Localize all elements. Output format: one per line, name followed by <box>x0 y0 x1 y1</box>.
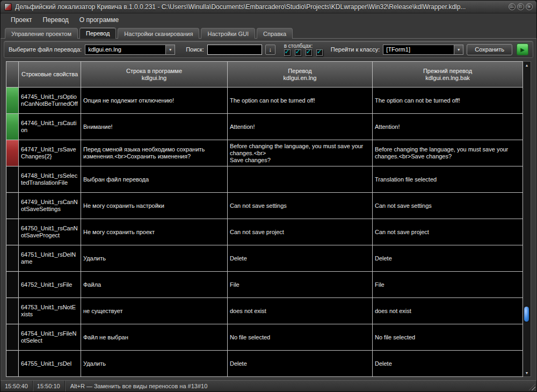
row-status-indicator <box>6 245 18 271</box>
row-translation-cell[interactable]: The option can not be turned off! <box>228 88 373 114</box>
row-translation-cell[interactable]: does not exist <box>228 298 373 324</box>
search-apply-button[interactable]: ↓ <box>265 45 275 55</box>
row-id-text: 64748_Unit1_rsSelectedTranslationFile <box>21 172 78 186</box>
tab-help[interactable]: Справка <box>257 28 293 39</box>
tab-gui-settings[interactable]: Настройки GUI <box>201 28 255 39</box>
scroll-up-button[interactable]: ▲ <box>523 62 531 69</box>
row-status-cell <box>6 88 19 114</box>
resize-grip[interactable] <box>529 384 535 390</box>
row-old-cell[interactable]: No file selected <box>373 324 523 351</box>
table-row[interactable]: 64748_Unit1_rsSelectedTranslationFile Вы… <box>6 166 523 193</box>
row-translation-cell[interactable]: Can not save project <box>228 219 373 245</box>
row-old-cell[interactable]: Before changing the language, you must s… <box>373 140 523 166</box>
row-status-cell <box>6 351 19 377</box>
row-translation-cell[interactable]: Delete <box>228 245 373 272</box>
row-id-cell[interactable]: 64750_Unit1_rsCanNotSaveProgect <box>19 219 81 245</box>
row-translation-text: The option can not be turned off! <box>230 97 370 104</box>
save-button[interactable]: Сохранить <box>467 44 512 55</box>
row-source-cell[interactable]: Внимание! <box>81 114 228 140</box>
row-source-cell[interactable]: Не могу сохранить настройки <box>81 193 228 219</box>
tab-project-management[interactable]: Управление проектом <box>5 28 78 39</box>
row-old-cell[interactable]: Can not save project <box>373 219 523 245</box>
row-id-cell[interactable]: 64754_Unit1_rsFileNotSelect <box>19 324 81 351</box>
table-row[interactable]: 64755_Unit1_rsDel Удалить Delete Delete <box>6 351 523 377</box>
column-filter-checkbox-1[interactable]: ✓ <box>284 49 291 56</box>
header-source-string[interactable]: Строка в программе kdlgui.lng <box>81 61 228 88</box>
row-old-cell[interactable]: Can not save settings <box>373 193 523 219</box>
row-translation-cell[interactable]: Delete <box>228 351 373 377</box>
row-id-cell[interactable]: 64745_Unit1_rsOptionCanNotBeTurnedOff <box>19 88 81 114</box>
row-source-cell[interactable]: не существует <box>81 298 228 324</box>
row-id-cell[interactable]: 64748_Unit1_rsSelectedTranslationFile <box>19 166 81 193</box>
titlebar[interactable]: Дельфийский локализатор Кривича в.1.0.0.… <box>1 1 536 13</box>
table-row[interactable]: 64750_Unit1_rsCanNotSaveProgect Не могу … <box>6 219 523 245</box>
run-button[interactable]: ▶ <box>517 43 528 55</box>
row-translation-cell[interactable]: No file selected <box>228 324 373 351</box>
search-input[interactable] <box>207 45 262 55</box>
menu-item-translation[interactable]: Перевод <box>38 14 74 25</box>
column-filter-checkbox-3[interactable]: ✓ <box>306 49 312 56</box>
table-row[interactable]: 64747_Unit1_rsSaveChanges{2} Перед смено… <box>6 140 523 166</box>
row-id-cell[interactable]: 64746_Unit1_rsCaution <box>19 114 81 140</box>
play-icon: ▶ <box>520 47 525 53</box>
app-window: Дельфийский локализатор Кривича в.1.0.0.… <box>0 0 537 392</box>
row-id-cell[interactable]: 64753_Unit1_rsNotExists <box>19 298 81 324</box>
table-row[interactable]: 64752_Unit1_rsFile Файла File File <box>6 272 523 298</box>
header-previous-translation[interactable]: Прежний перевод kdlgui.en.lng.bak <box>373 61 523 88</box>
column-filter-checkbox-2[interactable]: ✓ <box>295 49 301 56</box>
scroll-down-button[interactable]: ▼ <box>523 369 531 376</box>
check-icon: ✓ <box>295 48 301 55</box>
row-old-cell[interactable]: Delete <box>373 351 523 377</box>
row-old-cell[interactable]: File <box>373 272 523 298</box>
row-source-cell[interactable]: Выбран файл перевода <box>81 166 228 193</box>
vertical-scrollbar[interactable]: ▲ ▼ <box>523 61 531 377</box>
file-select-combobox[interactable]: kdlgui.en.lng ▼ <box>85 45 175 55</box>
row-source-cell[interactable]: Файл не выбран <box>81 324 228 351</box>
file-select-dropdown-button[interactable]: ▼ <box>165 45 175 54</box>
row-old-cell[interactable]: Translation file selected <box>373 166 523 193</box>
table-row[interactable]: 64754_Unit1_rsFileNotSelect Файл не выбр… <box>6 324 523 351</box>
header-translation[interactable]: Перевод kdlgui.en.lng <box>228 61 373 88</box>
row-id-cell[interactable]: 64755_Unit1_rsDel <box>19 351 81 377</box>
table-row[interactable]: 64753_Unit1_rsNotExists не существует do… <box>6 298 523 324</box>
row-source-cell[interactable]: Файла <box>81 272 228 298</box>
table-row[interactable]: 64751_Unit1_rsDelName Удалить Delete Del… <box>6 245 523 272</box>
class-dropdown-button[interactable]: ▼ <box>454 45 463 54</box>
class-combobox[interactable]: [TForm1] ▼ <box>383 45 463 55</box>
close-button[interactable]: × <box>526 3 533 10</box>
row-id-cell[interactable]: 64747_Unit1_rsSaveChanges{2} <box>19 140 81 166</box>
row-source-cell[interactable]: Перед сменой языка необходимо сохранить … <box>81 140 228 166</box>
table-row[interactable]: 64746_Unit1_rsCaution Внимание! Attentio… <box>6 114 523 140</box>
row-old-cell[interactable]: does not exist <box>373 298 523 324</box>
row-source-cell[interactable]: Удалить <box>81 351 228 377</box>
scroll-thumb[interactable] <box>524 307 529 322</box>
row-translation-cell[interactable] <box>228 166 373 193</box>
row-status-indicator <box>6 324 18 350</box>
row-old-cell[interactable]: Delete <box>373 245 523 272</box>
minimize-button[interactable]: — <box>509 3 516 10</box>
row-translation-cell[interactable]: Before changing the language, you must s… <box>228 140 373 166</box>
row-source-cell[interactable]: Не могу сохранить проект <box>81 219 228 245</box>
row-translation-cell[interactable]: File <box>228 272 373 298</box>
row-status-indicator <box>6 88 18 113</box>
menu-item-project[interactable]: Проект <box>6 14 37 25</box>
menu-item-about[interactable]: О программе <box>75 14 124 25</box>
column-filter-checkbox-4[interactable]: ✓ <box>316 49 323 56</box>
file-select-label: Выберите файл перевода: <box>9 46 82 53</box>
row-old-cell[interactable]: Attention! <box>373 114 523 140</box>
row-id-cell[interactable]: 64751_Unit1_rsDelName <box>19 245 81 272</box>
table-row[interactable]: 64745_Unit1_rsOptionCanNotBeTurnedOff Оп… <box>6 88 523 114</box>
row-source-cell[interactable]: Опция не подлежит отключению! <box>81 88 228 114</box>
header-string-properties[interactable]: Строковые свойства <box>19 61 81 88</box>
row-translation-cell[interactable]: Attention! <box>228 114 373 140</box>
down-arrow-icon: ↓ <box>268 46 272 53</box>
row-translation-cell[interactable]: Can not save settings <box>228 193 373 219</box>
maximize-button[interactable]: □ <box>517 3 524 10</box>
tab-scan-settings[interactable]: Настройки сканирования <box>118 28 199 39</box>
row-id-cell[interactable]: 64752_Unit1_rsFile <box>19 272 81 298</box>
table-row[interactable]: 64749_Unit1_rsCanNotSaveSettings Не могу… <box>6 193 523 219</box>
row-source-cell[interactable]: Удалить <box>81 245 228 272</box>
row-id-cell[interactable]: 64749_Unit1_rsCanNotSaveSettings <box>19 193 81 219</box>
tab-translation[interactable]: Перевод <box>79 27 116 39</box>
row-old-cell[interactable]: The option can not be turned off! <box>373 88 523 114</box>
